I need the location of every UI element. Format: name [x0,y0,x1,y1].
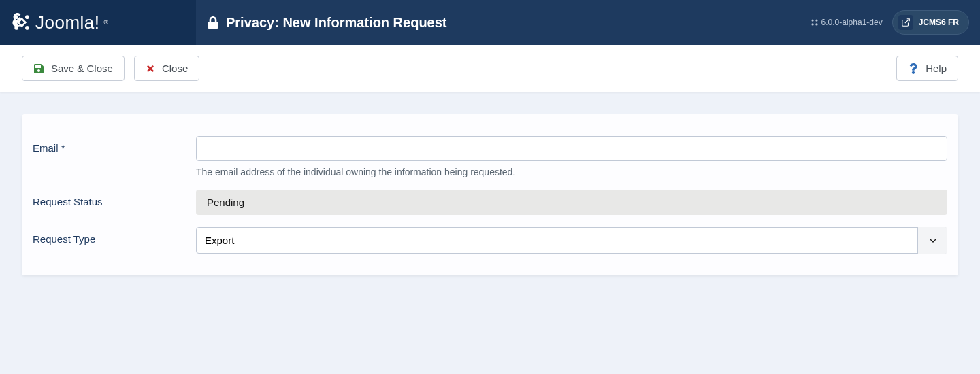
status-label: Request Status [33,190,196,207]
svg-line-8 [904,19,909,23]
email-label: Email * [33,136,196,154]
svg-point-4 [811,19,813,21]
question-icon [908,63,919,74]
save-close-button[interactable]: Save & Close [22,56,125,81]
svg-point-5 [815,19,817,21]
close-icon [146,64,155,73]
save-close-label: Save & Close [51,63,113,74]
status-value: Pending [196,190,947,215]
title-bar: Privacy: New Information Request 6.0.0-a… [196,0,980,45]
type-select[interactable]: Export [196,227,947,254]
email-description: The email address of the individual owni… [196,167,947,177]
help-button[interactable]: Help [896,56,958,81]
type-label: Request Type [33,227,196,245]
site-name: JCMS6 FR [919,18,959,27]
svg-point-3 [25,26,29,30]
form-card: Email * The email address of the individ… [22,114,958,275]
close-label: Close [162,63,188,74]
site-link-button[interactable]: JCMS6 FR [892,10,969,35]
svg-point-7 [815,23,817,25]
brand-reg-mark: ® [104,19,109,26]
svg-point-6 [811,23,813,25]
email-input[interactable] [196,136,947,161]
svg-point-0 [14,15,18,19]
external-link-icon [901,18,911,27]
version-text: 6.0.0-alpha1-dev [821,18,883,27]
close-button[interactable]: Close [134,56,199,81]
svg-point-1 [25,15,29,19]
joomla-logo[interactable]: Joomla!® [11,12,108,33]
help-label: Help [926,63,947,74]
joomla-mini-icon [811,18,819,27]
brand-name: Joomla! [35,12,100,33]
brand-section: Joomla!® [0,0,196,45]
save-icon [33,63,44,74]
lock-icon [207,16,219,29]
svg-point-2 [14,26,18,30]
form-row-email: Email * The email address of the individ… [33,136,947,177]
version-info[interactable]: 6.0.0-alpha1-dev [811,18,883,27]
toolbar: Save & Close Close Help [0,45,980,92]
form-row-status: Request Status Pending [33,190,947,215]
joomla-icon [11,12,33,33]
page-title: Privacy: New Information Request [226,15,447,31]
form-row-type: Request Type Export [33,227,947,254]
